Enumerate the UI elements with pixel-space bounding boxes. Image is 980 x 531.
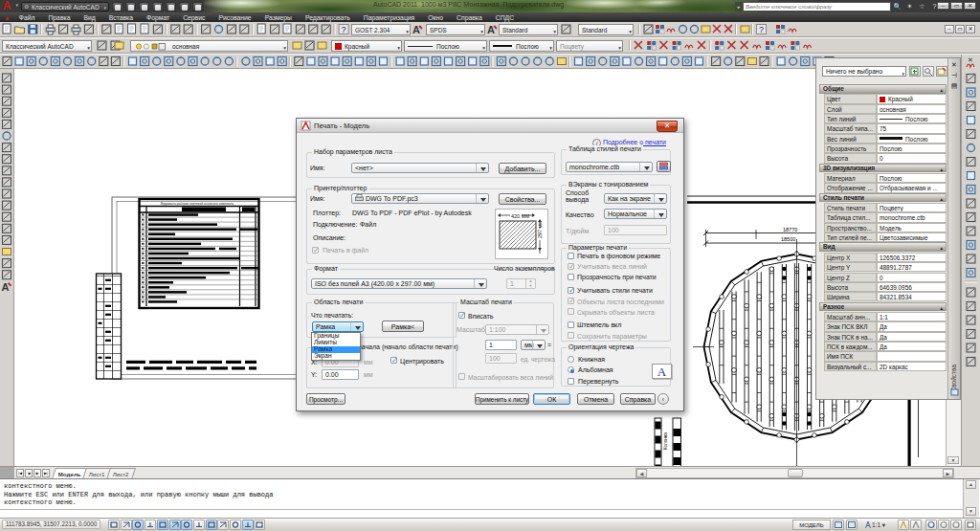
svg-text:18500: 18500 — [781, 236, 795, 242]
svg-text:420 MM: 420 MM — [511, 213, 529, 219]
svg-text:A: A — [2, 281, 10, 293]
svg-text:18770: 18770 — [783, 227, 797, 232]
svg-text:297 мм: 297 мм — [537, 221, 543, 238]
svg-text:A: A — [487, 24, 495, 35]
svg-text:A: A — [412, 24, 420, 35]
svg-text:?: ? — [759, 25, 764, 34]
svg-text:Ведомость рабочих чертежей осн: Ведомость рабочих чертежей основного ком… — [161, 202, 234, 206]
svg-text:Колонна: Колонна — [663, 432, 668, 450]
svg-text:?: ? — [342, 25, 346, 34]
